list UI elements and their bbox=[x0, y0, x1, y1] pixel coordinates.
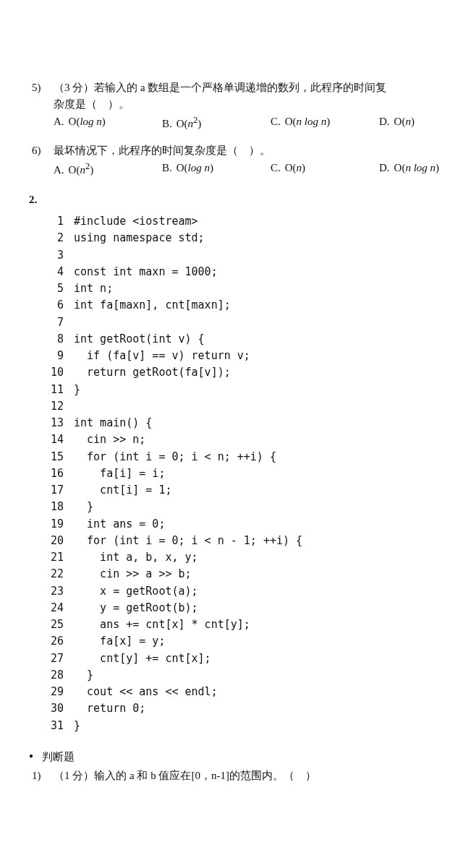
question-5: 5) （3 分）若输入的 a 数组是一个严格单调递增的数列，此程序的时间复 杂度… bbox=[29, 80, 463, 132]
q5-opt-b: B.O(n2) bbox=[162, 113, 271, 132]
q5-opt-d: D.O(n) bbox=[379, 113, 415, 132]
q6-number: 6) bbox=[29, 142, 54, 159]
q5-opt-a: A.O(log n) bbox=[54, 113, 162, 132]
judge1-number: 1) bbox=[29, 768, 54, 784]
judge1-text: （1 分）输入的 a 和 b 值应在[0，n-1]的范围内。（ ） bbox=[54, 768, 463, 784]
math-expr: O(n log n) bbox=[394, 160, 440, 176]
judge-q1: 1) （1 分）输入的 a 和 b 值应在[0，n-1]的范围内。（ ） bbox=[29, 768, 463, 784]
q5-line1: （3 分）若输入的 a 数组是一个严格单调递增的数列，此程序的时间复 bbox=[54, 82, 386, 93]
math-expr: O(n) bbox=[285, 160, 305, 176]
q5-number: 5) bbox=[29, 80, 54, 112]
math-expr: O(n2) bbox=[177, 113, 202, 132]
q6-text: 最坏情况下，此程序的时间复杂度是（ ）。 bbox=[54, 142, 463, 159]
q5-options: A.O(log n) B.O(n2) C.O(n log n) D.O(n) bbox=[54, 113, 463, 132]
q5-line2: 杂度是（ ）。 bbox=[54, 98, 129, 110]
code-listing: 1#include <iostream> 2using namespace st… bbox=[43, 213, 463, 734]
judge-heading: 判断题 bbox=[29, 749, 463, 765]
question-6: 6) 最坏情况下，此程序的时间复杂度是（ ）。 A.O(n2) B.O(log … bbox=[29, 142, 463, 179]
q6-opt-b: B.O(log n) bbox=[162, 160, 271, 179]
q6-opt-d: D.O(n log n) bbox=[379, 160, 439, 179]
math-expr: O(n log n) bbox=[285, 113, 331, 130]
math-expr: O(log n) bbox=[177, 160, 213, 176]
q5-text: （3 分）若输入的 a 数组是一个严格单调递增的数列，此程序的时间复 杂度是（ … bbox=[54, 80, 463, 112]
math-expr: O(log n) bbox=[69, 113, 106, 130]
q6-options: A.O(n2) B.O(log n) C.O(n) D.O(n log n) bbox=[54, 160, 463, 179]
section-2-heading: 2. bbox=[29, 192, 463, 208]
q6-opt-c: C.O(n) bbox=[271, 160, 379, 179]
math-expr: O(n) bbox=[394, 113, 415, 130]
q6-opt-a: A.O(n2) bbox=[54, 160, 162, 179]
math-expr: O(n2) bbox=[69, 160, 94, 179]
q5-opt-c: C.O(n log n) bbox=[271, 113, 379, 132]
